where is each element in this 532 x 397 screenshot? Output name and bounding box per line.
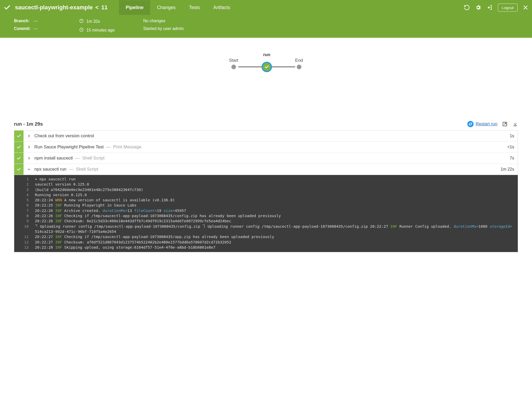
chevron-right-icon — [27, 145, 31, 149]
tab-pipeline[interactable]: Pipeline — [119, 0, 150, 15]
open-newtab-icon[interactable] — [502, 121, 508, 127]
step-status-icon — [14, 131, 24, 141]
line-number: 9 — [14, 218, 35, 224]
step-row: npm install saucectl—Shell Script7s — [14, 153, 518, 164]
stage-detail-title: run - 1m 29s — [14, 121, 43, 127]
info-col-2: 1m 32s 15 minutes ago — [79, 19, 143, 33]
step-row: Run Sauce Playwright Pipeline Test—Print… — [14, 142, 518, 153]
started-by-value: Started by user admin — [143, 26, 184, 31]
clock-icon — [79, 27, 84, 33]
console-line: 1+ npx saucectl run — [14, 177, 518, 182]
line-number: 10 — [14, 224, 35, 234]
stage-end-label: End — [295, 58, 303, 63]
header-right: Logout — [464, 4, 528, 12]
line-number: 6 — [14, 203, 35, 208]
line-text: 20:22:26 INF Archive created. durationMs… — [35, 208, 518, 213]
step-separator: — — [69, 167, 73, 172]
tab-changes[interactable]: Changes — [150, 0, 182, 15]
line-text: + npx saucectl run — [35, 177, 518, 182]
branch-label: Branch: — [14, 19, 31, 23]
line-text: 20:22:27 INF Checksum: af0df521d867043d1… — [35, 240, 518, 245]
step-duration: 7s — [510, 156, 514, 161]
logout-button[interactable]: Logout — [498, 4, 518, 12]
exit-icon[interactable] — [487, 4, 493, 11]
step-separator: — — [106, 144, 111, 150]
step-row: npx saucectl run—Shell Script1m 22s — [14, 164, 518, 175]
tab-artifacts[interactable]: Artifacts — [207, 0, 237, 15]
line-text: 20:22:24 WRN A new version of saucectl i… — [35, 197, 518, 203]
svg-rect-5 — [514, 126, 517, 126]
close-icon[interactable] — [523, 5, 528, 10]
check-icon — [4, 4, 11, 11]
console-line: 10⠙ Uploading runner config /tmp/saucect… — [14, 224, 518, 234]
download-icon[interactable] — [512, 121, 518, 127]
line-number: 12 — [14, 240, 35, 245]
stage-start-label: Start — [229, 58, 238, 63]
line-number: 13 — [14, 245, 35, 250]
step-toggle[interactable]: npx saucectl run—Shell Script1m 22s — [24, 164, 518, 175]
step-toggle[interactable]: npm install saucectl—Shell Script7s — [24, 153, 518, 164]
step-type: Shell Script — [76, 167, 98, 172]
step-duration: 1m 22s — [501, 167, 514, 172]
node-run — [262, 62, 272, 72]
changes-value: No changes — [143, 19, 165, 23]
console-line: 4Running version 0.125.0 — [14, 192, 518, 197]
step-toggle[interactable]: Run Sauce Playwright Pipeline Test—Print… — [24, 142, 518, 152]
duration-icon — [79, 19, 84, 24]
stage-detail: run - 1m 29s Restart run Check out from … — [0, 121, 532, 252]
step-duration: 1s — [510, 134, 514, 138]
line-number: 8 — [14, 213, 35, 218]
step-row: Check out from version control1s — [14, 131, 518, 142]
line-number: 4 — [14, 192, 35, 197]
console-line: 3(build a7642d0de0ec9e23401e48c275e38842… — [14, 187, 518, 192]
header-info: Branch: — Commit: — 1m 32s 15 minutes ag… — [0, 15, 532, 38]
step-separator: — — [75, 156, 80, 161]
restart-link[interactable]: Restart run — [476, 121, 497, 127]
step-toggle[interactable]: Check out from version control1s — [24, 131, 518, 141]
stage-run[interactable]: run — [262, 52, 272, 69]
tab-tests[interactable]: Tests — [182, 0, 207, 15]
run-number: 11 — [101, 4, 108, 11]
console-line: 520:22:24 WRN A new version of saucectl … — [14, 197, 518, 203]
stage-end[interactable]: End — [295, 58, 303, 69]
line-text: ⠙ Uploading runner config /tmp/saucectl-… — [35, 224, 518, 234]
console-line: 820:22:26 INF Checking if /tmp/saucectl-… — [14, 213, 518, 218]
step-type: Print Message — [113, 144, 141, 150]
stage-start[interactable]: Start — [229, 58, 238, 69]
header-left: saucectl-playwright-example < 11 — [4, 4, 108, 11]
duration-value: 1m 32s — [86, 19, 100, 24]
stage-run-label: run — [263, 52, 270, 57]
console-line: 620:22:25 INF Running Playwright in Sauc… — [14, 203, 518, 208]
node-end — [297, 65, 301, 69]
info-col-3: No changes Started by user admin — [143, 19, 184, 33]
node-start — [231, 65, 236, 69]
line-text: 20:22:28 INF Skipping upload, using stor… — [35, 245, 518, 250]
job-name[interactable]: saucectl-playwright-example — [15, 4, 93, 11]
rerun-icon[interactable] — [464, 4, 470, 11]
line-text: saucectl version 0.125.0 — [35, 182, 518, 187]
pipeline-graph: Start run End — [0, 38, 532, 80]
line-text: 20:22:27 INF Checking if /tmp/saucectl-a… — [35, 234, 518, 239]
connector — [272, 66, 295, 67]
age-value: 15 minutes ago — [86, 28, 115, 33]
restart-run[interactable]: Restart run — [467, 121, 497, 127]
connector — [238, 66, 262, 67]
chevron-right-icon — [27, 134, 31, 138]
gear-icon[interactable] — [475, 4, 481, 11]
branch-value: — — [34, 19, 38, 23]
console-line: 720:22:26 INF Archive created. durationM… — [14, 208, 518, 213]
line-text: Running version 0.125.0 — [35, 192, 518, 197]
line-text: 20:22:26 INF Checksum: 6e21c5d33c400e18e… — [35, 218, 518, 224]
console-output: 1+ npx saucectl run2saucectl version 0.1… — [14, 175, 518, 252]
step-type: Shell Script — [82, 156, 104, 161]
stage-detail-header: run - 1m 29s Restart run — [14, 121, 518, 127]
commit-label: Commit: — [14, 26, 31, 31]
step-name: Run Sauce Playwright Pipeline Test — [34, 144, 104, 150]
step-name: Check out from version control — [34, 133, 94, 139]
nav-tabs: PipelineChangesTestsArtifacts — [119, 0, 237, 15]
step-status-icon — [14, 153, 24, 164]
line-number: 5 — [14, 197, 35, 203]
console-line: 920:22:26 INF Checksum: 6e21c5d33c400e18… — [14, 218, 518, 224]
commit-value: — — [34, 26, 38, 31]
step-duration: <1s — [507, 145, 514, 149]
